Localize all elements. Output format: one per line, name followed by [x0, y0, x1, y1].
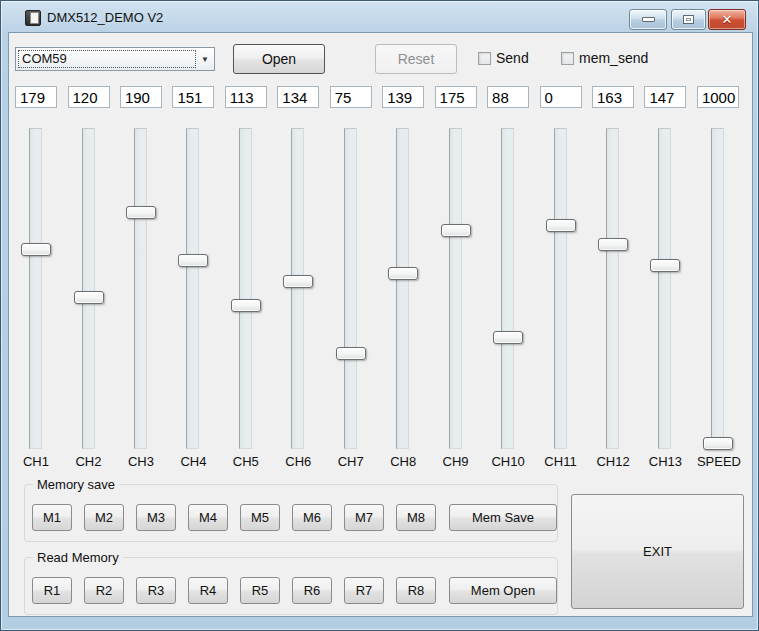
slider-track-ch10[interactable]	[501, 128, 514, 449]
window-title: DMX512_DEMO V2	[47, 10, 163, 25]
r2-button[interactable]: R2	[84, 577, 124, 604]
r6-button[interactable]: R6	[292, 577, 332, 604]
slider-track-ch11[interactable]	[554, 128, 567, 449]
channel-value-input-ch4[interactable]	[172, 86, 214, 108]
m2-button[interactable]: M2	[84, 504, 124, 531]
channel-value-input-ch2[interactable]	[68, 86, 110, 108]
r8-button[interactable]: R8	[396, 577, 436, 604]
slider-track-ch1[interactable]	[29, 128, 42, 449]
minimize-button[interactable]	[629, 9, 667, 30]
slider-column-ch2: CH2	[68, 128, 110, 473]
slider-track-speed[interactable]	[711, 128, 724, 449]
close-button[interactable]: ✕	[708, 9, 746, 30]
channel-value-input-ch1[interactable]	[15, 86, 57, 108]
slider-column-ch5: CH5	[225, 128, 267, 473]
memory-save-group: Memory save M1M2M3M4M5M6M7M8 Mem Save	[24, 484, 558, 542]
slider-track-ch7[interactable]	[344, 128, 357, 449]
slider-track-ch8[interactable]	[396, 128, 409, 449]
title-bar[interactable]: DMX512_DEMO V2 ✕	[1, 1, 758, 33]
r5-button[interactable]: R5	[240, 577, 280, 604]
memory-save-group-label: Memory save	[33, 477, 119, 492]
slider-column-ch6: CH6	[277, 128, 319, 473]
m5-button[interactable]: M5	[240, 504, 280, 531]
m4-button[interactable]: M4	[188, 504, 228, 531]
slider-track-ch4[interactable]	[186, 128, 199, 449]
m8-button[interactable]: M8	[396, 504, 436, 531]
r3-button[interactable]: R3	[136, 577, 176, 604]
slider-thumb-ch2[interactable]	[74, 291, 104, 304]
maximize-button[interactable]	[671, 9, 706, 30]
mem-open-button[interactable]: Mem Open	[449, 577, 557, 604]
app-window: DMX512_DEMO V2 ✕ COM59 ▼ Open Reset Send…	[0, 0, 759, 631]
channel-value-input-speed[interactable]	[697, 86, 739, 108]
channel-value-input-ch5[interactable]	[225, 86, 267, 108]
slider-thumb-ch9[interactable]	[441, 224, 471, 237]
slider-column-speed: SPEED	[697, 128, 739, 473]
channel-label-ch5: CH5	[225, 454, 267, 469]
minimize-icon	[642, 17, 655, 22]
channel-label-ch8: CH8	[382, 454, 424, 469]
mem-send-checkbox[interactable]	[561, 52, 574, 65]
slider-column-ch3: CH3	[120, 128, 162, 473]
channel-value-input-ch12[interactable]	[592, 86, 634, 108]
r7-button[interactable]: R7	[344, 577, 384, 604]
channel-label-ch11: CH11	[540, 454, 582, 469]
m3-button[interactable]: M3	[136, 504, 176, 531]
exit-button[interactable]: EXIT	[571, 494, 744, 609]
m1-button[interactable]: M1	[32, 504, 72, 531]
slider-thumb-ch12[interactable]	[598, 238, 628, 251]
open-button[interactable]: Open	[233, 44, 325, 74]
channel-value-input-ch11[interactable]	[540, 86, 582, 108]
slider-track-ch13[interactable]	[658, 128, 671, 449]
m6-button[interactable]: M6	[292, 504, 332, 531]
slider-track-ch3[interactable]	[134, 128, 147, 449]
slider-thumb-speed[interactable]	[703, 437, 733, 450]
client-area: COM59 ▼ Open Reset Send mem_send CH1CH2C…	[8, 32, 753, 617]
channel-value-input-ch8[interactable]	[382, 86, 424, 108]
slider-thumb-ch4[interactable]	[178, 254, 208, 267]
mem-send-checkbox-row: mem_send	[561, 50, 648, 66]
slider-thumb-ch3[interactable]	[126, 206, 156, 219]
slider-thumb-ch8[interactable]	[388, 267, 418, 280]
mem-send-checkbox-label: mem_send	[579, 50, 648, 66]
channel-label-ch1: CH1	[15, 454, 57, 469]
channel-label-ch13: CH13	[644, 454, 686, 469]
slider-column-ch9: CH9	[435, 128, 477, 473]
r4-button[interactable]: R4	[188, 577, 228, 604]
chevron-down-icon[interactable]: ▼	[196, 55, 214, 64]
slider-column-ch10: CH10	[487, 128, 529, 473]
reset-button[interactable]: Reset	[375, 44, 457, 74]
slider-column-ch1: CH1	[15, 128, 57, 473]
slider-thumb-ch6[interactable]	[283, 275, 313, 288]
send-checkbox-row: Send	[478, 50, 529, 66]
slider-thumb-ch5[interactable]	[231, 299, 261, 312]
channel-label-ch10: CH10	[487, 454, 529, 469]
slider-track-ch5[interactable]	[239, 128, 252, 449]
slider-thumb-ch7[interactable]	[336, 347, 366, 360]
channel-label-ch12: CH12	[592, 454, 634, 469]
close-icon: ✕	[722, 13, 733, 26]
slider-thumb-ch1[interactable]	[21, 243, 51, 256]
read-memory-group: Read Memory R1R2R3R4R5R6R7R8 Mem Open	[24, 557, 558, 615]
r1-button[interactable]: R1	[32, 577, 72, 604]
slider-track-ch6[interactable]	[291, 128, 304, 449]
channel-value-input-ch3[interactable]	[120, 86, 162, 108]
slider-track-ch2[interactable]	[82, 128, 95, 449]
send-checkbox[interactable]	[478, 52, 491, 65]
channel-value-input-ch6[interactable]	[277, 86, 319, 108]
slider-column-ch12: CH12	[592, 128, 634, 473]
mem-save-button[interactable]: Mem Save	[449, 504, 557, 531]
channel-value-input-ch10[interactable]	[487, 86, 529, 108]
slider-thumb-ch10[interactable]	[493, 331, 523, 344]
slider-thumb-ch11[interactable]	[546, 219, 576, 232]
channel-label-ch2: CH2	[68, 454, 110, 469]
m7-button[interactable]: M7	[344, 504, 384, 531]
channel-value-input-ch9[interactable]	[435, 86, 477, 108]
com-port-select[interactable]: COM59 ▼	[15, 47, 215, 71]
slider-track-ch9[interactable]	[449, 128, 462, 449]
slider-thumb-ch13[interactable]	[650, 259, 680, 272]
slider-track-ch12[interactable]	[606, 128, 619, 449]
channel-value-input-ch13[interactable]	[644, 86, 686, 108]
send-checkbox-label: Send	[496, 50, 529, 66]
channel-value-input-ch7[interactable]	[330, 86, 372, 108]
